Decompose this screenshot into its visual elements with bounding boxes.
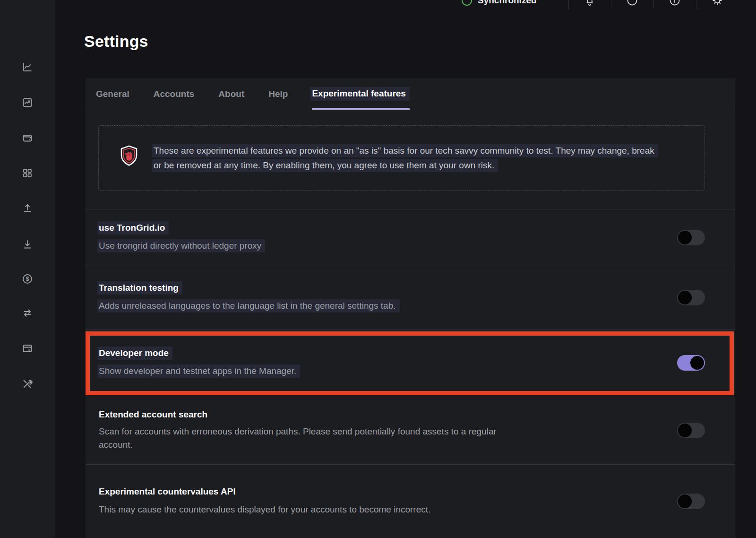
accounts-wallet-icon[interactable]	[22, 132, 33, 144]
toggle-knob	[678, 495, 692, 508]
gear-icon[interactable]	[712, 0, 723, 6]
settings-card: General Accounts About Help Experimental…	[86, 78, 735, 538]
feature-title: Extended account search	[99, 409, 207, 419]
sidebar: $	[0, 0, 55, 538]
feature-row-translation-testing: Translation testing Adds unreleased lang…	[86, 266, 735, 330]
feature-row-use-trongrid: use TronGrid.io Use trongrid directly wi…	[86, 209, 735, 266]
topbar-divider	[696, 0, 696, 9]
card-icon[interactable]	[22, 343, 33, 354]
feature-title: Developer mode	[97, 347, 172, 360]
discover-apps-icon[interactable]	[22, 167, 33, 179]
toggle-knob	[690, 356, 704, 370]
toggle-extended-account-search[interactable]	[677, 423, 705, 438]
sync-status-icon	[462, 0, 472, 6]
tab-general[interactable]: General	[96, 78, 129, 110]
feature-description: Show developer and testnet apps in the M…	[97, 364, 300, 378]
tab-accounts[interactable]: Accounts	[154, 78, 195, 110]
settings-tabbar: General Accounts About Help Experimental…	[86, 78, 735, 110]
feature-row-countervalues-api: Experimental countervalues API This may …	[86, 465, 735, 538]
toggle-knob	[678, 424, 692, 437]
tab-label: About	[218, 89, 244, 99]
shield-hand-icon	[118, 145, 140, 171]
warning-text: These are experimental features we provi…	[154, 143, 664, 173]
warning-box: These are experimental features we provi…	[98, 125, 705, 191]
warning-section: These are experimental features we provi…	[86, 110, 735, 209]
toggle-countervalues-api[interactable]	[677, 494, 705, 509]
toggle-translation-testing[interactable]	[677, 290, 705, 305]
tab-experimental-features[interactable]: Experimental features	[312, 78, 410, 110]
toggle-developer-mode[interactable]	[677, 355, 705, 371]
tab-about[interactable]: About	[218, 78, 244, 110]
tab-label: Help	[268, 89, 288, 99]
send-icon[interactable]	[22, 202, 33, 214]
experimental-tools-icon[interactable]	[22, 378, 33, 390]
help-circle-icon[interactable]	[627, 0, 638, 6]
feature-description: This may cause the countervalues display…	[99, 504, 430, 514]
feature-row-extended-account-search: Extended account search Scan for account…	[86, 396, 735, 465]
feature-title: Experimental countervalues API	[99, 486, 236, 496]
swap-icon[interactable]	[22, 307, 33, 319]
market-icon[interactable]	[22, 97, 33, 108]
topbar: Synchronized	[0, 0, 756, 9]
tab-label: Accounts	[154, 89, 195, 99]
tab-label: General	[96, 89, 129, 99]
buy-sell-icon[interactable]: $	[22, 273, 33, 285]
bell-icon[interactable]	[584, 0, 595, 6]
tab-label: Experimental features	[310, 87, 410, 101]
topbar-divider	[611, 0, 611, 9]
feature-description: Use trongrid directly without ledger pro…	[97, 239, 265, 252]
page-title: Settings	[84, 32, 148, 51]
tab-help[interactable]: Help	[268, 78, 288, 110]
toggle-knob	[678, 231, 692, 244]
topbar-divider	[653, 0, 654, 9]
feature-description: Adds unreleased languages to the languag…	[97, 299, 400, 312]
svg-text:$: $	[26, 276, 29, 282]
feature-row-developer-mode: Developer mode Show developer and testne…	[86, 330, 735, 396]
portfolio-icon[interactable]	[22, 61, 33, 73]
info-circle-icon[interactable]	[669, 0, 680, 6]
sync-status-label: Synchronized	[478, 0, 537, 9]
receive-icon[interactable]	[22, 239, 33, 250]
toggle-knob	[678, 291, 692, 304]
feature-title: Translation testing	[97, 281, 182, 295]
topbar-divider	[568, 0, 569, 9]
feature-title: use TronGrid.io	[97, 221, 169, 234]
warning-text-content: These are experimental features we provi…	[152, 144, 658, 172]
feature-description: Scan for accounts with erroneous derivat…	[99, 426, 497, 450]
toggle-use-trongrid[interactable]	[677, 230, 705, 245]
